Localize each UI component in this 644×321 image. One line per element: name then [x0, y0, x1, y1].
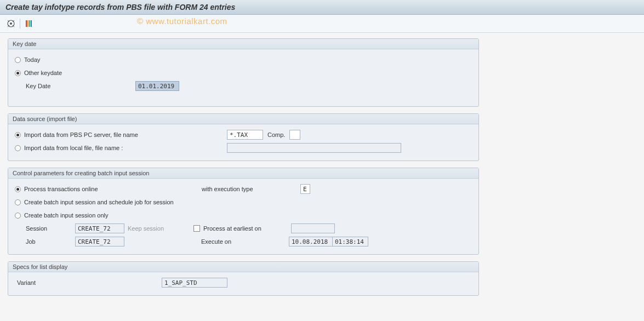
label-other-keydate: Other keydate — [24, 70, 62, 76]
toolbar-separator — [20, 19, 20, 28]
radio-other-keydate[interactable] — [15, 70, 21, 76]
variant-icon[interactable] — [24, 18, 35, 29]
label-job: Job — [26, 238, 75, 245]
label-variant: Variant — [17, 279, 162, 286]
svg-rect-9 — [31, 20, 32, 27]
label-exec-type: with execution type — [202, 186, 300, 192]
toolbar: © www.tutorialkart.com — [0, 15, 644, 33]
content-area: Key date Today Other keydate Key Date Da… — [0, 33, 644, 308]
input-local-filename[interactable] — [227, 143, 401, 153]
radio-pbs-server[interactable] — [15, 132, 21, 138]
input-job[interactable] — [75, 237, 124, 247]
input-variant[interactable] — [162, 278, 227, 288]
label-process-earliest: Process at earliest on — [203, 225, 291, 232]
group-datasource: Data source (import file) Import data fr… — [8, 113, 479, 161]
svg-rect-6 — [26, 20, 27, 27]
input-execute-time[interactable] — [332, 237, 368, 247]
page-title: Create tay infotype records from PBS fil… — [5, 3, 639, 12]
group-control-title: Control parameters for creating batch in… — [8, 168, 478, 179]
label-schedule-job: Create batch input session and schedule … — [24, 199, 174, 205]
radio-process-online[interactable] — [15, 186, 21, 192]
label-today: Today — [24, 56, 40, 63]
label-execute-on: Execute on — [201, 238, 289, 245]
input-process-earliest[interactable] — [291, 223, 335, 233]
svg-point-1 — [10, 22, 12, 25]
svg-rect-8 — [29, 20, 30, 27]
input-pbs-filename[interactable] — [227, 130, 263, 140]
group-specs-title: Specs for list display — [8, 262, 478, 272]
radio-session-only[interactable] — [15, 213, 21, 219]
input-keydate[interactable] — [135, 81, 179, 91]
label-local-file: Import data from local file, file name : — [24, 145, 227, 151]
label-keep-session: Keep session — [128, 225, 193, 232]
watermark: © www.tutorialkart.com — [137, 16, 227, 26]
radio-local-file[interactable] — [15, 145, 21, 151]
label-pbs-server: Import data from PBS PC server, file nam… — [24, 131, 227, 138]
group-keydate-title: Key date — [8, 39, 478, 49]
input-session[interactable] — [75, 223, 124, 233]
label-session-only: Create batch input session only — [24, 212, 108, 219]
title-bar: Create tay infotype records from PBS fil… — [0, 0, 644, 15]
group-datasource-title: Data source (import file) — [8, 114, 478, 124]
checkbox-keep-session[interactable] — [193, 225, 200, 232]
input-execute-date[interactable] — [289, 237, 333, 247]
group-keydate: Key date Today Other keydate Key Date — [8, 38, 479, 107]
label-session: Session — [26, 225, 75, 232]
group-control: Control parameters for creating batch in… — [8, 168, 479, 255]
radio-schedule-job[interactable] — [15, 199, 21, 205]
group-specs: Specs for list display Variant — [8, 261, 479, 296]
execute-icon[interactable] — [5, 18, 16, 29]
svg-rect-7 — [27, 20, 29, 27]
radio-today[interactable] — [15, 57, 21, 63]
label-keydate: Key Date — [26, 83, 135, 89]
input-comp[interactable] — [289, 130, 300, 140]
input-exec-type[interactable] — [300, 184, 310, 194]
label-process-online: Process transactions online — [24, 186, 202, 192]
label-comp: Comp. — [267, 131, 285, 138]
